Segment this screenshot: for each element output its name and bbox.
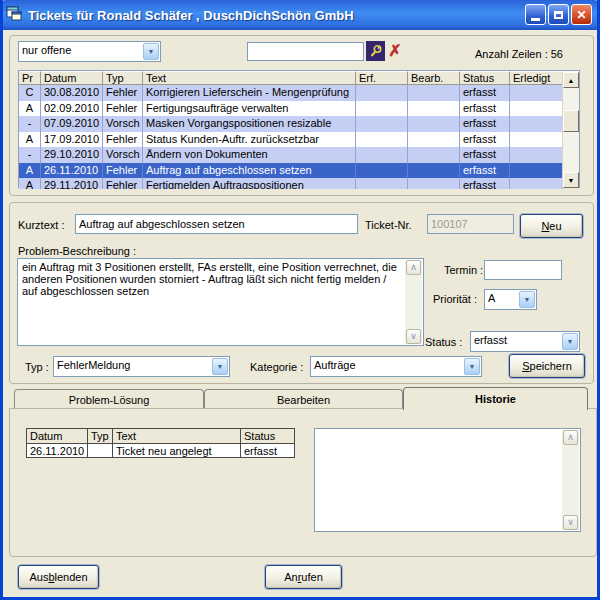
ausblenden-button[interactable]: Ausblenden	[18, 565, 99, 589]
arrow-up-icon: ▲	[568, 77, 575, 84]
ticket-nr-input	[427, 214, 514, 234]
title-bar[interactable]: Tickets für Ronald Schäfer , DuschDichSc…	[0, 0, 600, 30]
minimize-icon	[531, 18, 540, 21]
anrufen-button[interactable]: Anrufen	[265, 565, 342, 589]
cell-erledigt	[510, 178, 563, 189]
cell-erledigt	[510, 85, 563, 101]
cell-text: Fertigungsaufträge verwalten	[143, 101, 356, 117]
scroll-down-button[interactable]: ∨	[563, 515, 578, 530]
problem-beschreibung-textarea[interactable]: ein Auftrag mit 3 Positionen erstellt, F…	[18, 259, 423, 345]
status-dropdown[interactable]: erfasst ▼	[470, 331, 580, 352]
table-row[interactable]: A 29.11.2010 Fehler Fertigmelden Auftrag…	[19, 178, 563, 189]
cell-bearb	[408, 163, 460, 179]
cell-erf	[356, 147, 408, 163]
cell-status: erfasst	[460, 132, 510, 148]
scroll-down-button[interactable]: ▼	[563, 172, 579, 188]
textarea-scrollbar[interactable]: ∧ ∨	[405, 260, 422, 344]
ticket-nr-label: Ticket-Nr.	[365, 219, 412, 231]
cell-text: Korrigieren Lieferschein - Mengenprüfung	[143, 85, 356, 101]
scroll-thumb[interactable]	[563, 110, 579, 132]
speichern-button[interactable]: Speichern	[509, 354, 585, 378]
cell-bearb	[408, 101, 460, 117]
kategorie-dropdown[interactable]: Aufträge ▼	[310, 356, 482, 377]
cell-status: erfasst	[460, 163, 510, 179]
table-row[interactable]: - 07.09.2010 Vorsch Masken Vorgangsposit…	[19, 116, 563, 132]
table-row[interactable]: A 02.09.2010 Fehler Fertigungsaufträge v…	[19, 101, 563, 117]
chevron-down-icon[interactable]: ▼	[464, 358, 480, 375]
kurztext-input[interactable]	[75, 214, 358, 234]
col-header-pr[interactable]: Pr	[19, 71, 41, 85]
col-header-typ[interactable]: Typ	[103, 71, 143, 85]
chevron-down-icon: ∨	[410, 331, 417, 341]
tab-problem-loesung[interactable]: Problem-Lösung	[14, 389, 204, 409]
cell-text: Auftrag auf abgeschlossen setzen	[143, 163, 356, 179]
app-icon	[6, 5, 22, 25]
cell-pr: A	[19, 178, 41, 189]
typ-value: FehlerMeldung	[54, 357, 211, 376]
table-row[interactable]: A 17.09.2010 Fehler Status Kunden-Auftr.…	[19, 132, 563, 148]
historie-row[interactable]: 26.11.2010 Ticket neu angelegt erfasst	[26, 443, 295, 458]
minimize-button[interactable]	[525, 4, 546, 25]
cell-datum: 30.08.2010	[41, 85, 103, 101]
chevron-down-icon[interactable]: ▼	[143, 43, 159, 60]
prioritaet-value: A	[485, 290, 518, 309]
cell-status: erfasst	[460, 101, 510, 117]
cell-typ: Fehler	[103, 132, 143, 148]
search-icon	[369, 44, 383, 58]
col-header-status[interactable]: Status	[241, 428, 295, 443]
tab-historie[interactable]: Historie	[403, 387, 588, 410]
table-row-selected[interactable]: A 26.11.2010 Fehler Auftrag auf abgeschl…	[19, 163, 563, 179]
historie-notes-textarea[interactable]	[315, 429, 580, 531]
col-header-status[interactable]: Status	[460, 71, 510, 85]
tab-bearbeiten[interactable]: Bearbeiten	[204, 389, 403, 409]
notes-scrollbar[interactable]: ∧ ∨	[562, 430, 579, 530]
search-input[interactable]	[247, 42, 364, 61]
filter-dropdown[interactable]: nur offene ▼	[18, 41, 161, 62]
cell-status: erfasst	[460, 147, 510, 163]
historie-table: Datum Typ Text Status 26.11.2010 Ticket …	[26, 428, 295, 458]
scroll-up-button[interactable]: ∧	[406, 260, 421, 275]
prioritaet-dropdown[interactable]: A ▼	[484, 289, 537, 310]
scroll-down-button[interactable]: ∨	[406, 329, 421, 344]
cell-typ	[88, 443, 113, 458]
col-header-erf[interactable]: Erf.	[356, 71, 408, 85]
cell-text: Masken Vorgangspositionen resizable	[143, 116, 356, 132]
scroll-up-button[interactable]: ▲	[563, 72, 579, 88]
chevron-down-icon[interactable]: ▼	[562, 333, 578, 350]
col-header-typ[interactable]: Typ	[88, 428, 113, 443]
maximize-icon	[554, 11, 563, 19]
table-row[interactable]: C 30.08.2010 Fehler Korrigieren Liefersc…	[19, 85, 563, 101]
tab-bar: Problem-Lösung Bearbeiten Historie	[14, 387, 588, 409]
neu-button[interactable]: Neu	[520, 214, 583, 238]
col-header-text[interactable]: Text	[113, 428, 241, 443]
termin-label: Termin :	[444, 264, 483, 276]
table-scrollbar[interactable]: ▲ ▼	[562, 72, 579, 188]
termin-input[interactable]	[484, 260, 562, 280]
chevron-down-icon[interactable]: ▼	[519, 291, 535, 308]
cell-pr: -	[19, 147, 41, 163]
col-header-bearb[interactable]: Bearb.	[408, 71, 460, 85]
cell-status: erfasst	[241, 443, 295, 458]
table-row[interactable]: - 29.10.2010 Vorsch Ändern von Dokumente…	[19, 147, 563, 163]
typ-dropdown[interactable]: FehlerMeldung ▼	[53, 356, 230, 377]
historie-notes-box: ∧ ∨	[314, 428, 581, 532]
typ-label: Typ :	[25, 361, 49, 373]
close-button[interactable]: ✕	[571, 4, 592, 25]
col-header-datum[interactable]: Datum	[41, 71, 103, 85]
problem-beschreibung-label: Problem-Beschreibung :	[18, 245, 136, 257]
search-button[interactable]	[366, 41, 385, 61]
status-value: erfasst	[471, 332, 561, 351]
col-header-datum[interactable]: Datum	[26, 428, 88, 443]
kurztext-label: Kurztext :	[18, 219, 64, 231]
cell-status: erfasst	[460, 85, 510, 101]
cell-erledigt	[510, 101, 563, 117]
cell-erf	[356, 116, 408, 132]
cell-erf	[356, 163, 408, 179]
cell-erf	[356, 178, 408, 189]
chevron-down-icon[interactable]: ▼	[212, 358, 228, 375]
clear-search-button[interactable]: ✗	[386, 41, 404, 60]
kategorie-label: Kategorie :	[250, 361, 303, 373]
maximize-button[interactable]	[548, 4, 569, 25]
col-header-text[interactable]: Text	[143, 71, 356, 85]
scroll-up-button[interactable]: ∧	[563, 430, 578, 445]
